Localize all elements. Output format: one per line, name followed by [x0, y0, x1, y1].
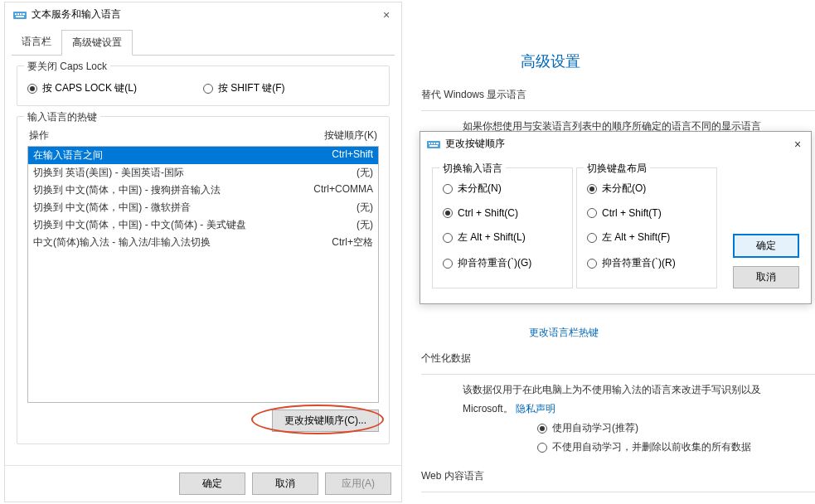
- radio-dot-icon: [537, 424, 547, 434]
- col-header-operation: 操作: [29, 128, 324, 143]
- list-item[interactable]: 切换到 英语(美国) - 美国英语-国际 (无): [28, 164, 378, 182]
- section-display-lang-title: 替代 Windows 显示语言: [421, 88, 815, 102]
- keyboard-icon: [427, 139, 440, 149]
- close-icon[interactable]: ×: [380, 8, 393, 22]
- list-item[interactable]: 切换到 中文(简体，中国) - 搜狗拼音输入法 Ctrl+COMMA: [28, 182, 378, 199]
- svg-rect-0: [13, 12, 27, 19]
- radio-ctrl-shift-c[interactable]: Ctrl + Shift(C): [443, 207, 562, 219]
- change-key-sequence-button[interactable]: 更改按键顺序(C)...: [272, 410, 379, 432]
- tab-advanced-key[interactable]: 高级键设置: [61, 30, 133, 56]
- radio-dot-icon: [443, 233, 453, 243]
- dialog-footer: 确定 取消 应用(A): [5, 465, 401, 502]
- radio-auto-learn-off[interactable]: 不使用自动学习，并删除以前收集的所有数据: [537, 440, 815, 454]
- section-hotkeys: 输入语言的热键 操作 按键顺序(K) 在输入语言之间 Ctrl+Shift 切换…: [17, 116, 390, 444]
- group-switch-keyboard-layout: 切换键盘布局 未分配(O) Ctrl + Shift(T) 左 Alt + Sh…: [576, 167, 717, 288]
- radio-dot-icon: [587, 208, 597, 218]
- radio-grave-g[interactable]: 抑音符重音(`)(G): [443, 256, 562, 270]
- svg-rect-2: [17, 13, 19, 15]
- radio-unassigned-n[interactable]: 未分配(N): [443, 182, 562, 196]
- radio-dot-icon: [587, 184, 597, 194]
- radio-auto-learn-on[interactable]: 使用自动学习(推荐): [537, 421, 815, 435]
- svg-rect-7: [429, 143, 430, 144]
- section-caps-lock: 要关闭 Caps Lock 按 CAPS LOCK 键(L) 按 SHIFT 键…: [17, 65, 390, 106]
- radio-dot-icon: [587, 259, 597, 269]
- svg-rect-9: [434, 143, 435, 144]
- radio-caps-lock-key[interactable]: 按 CAPS LOCK 键(L): [27, 81, 137, 95]
- dialog-change-key-sequence: 更改按键顺序 × 切换输入语言 未分配(N) Ctrl + Shift(C) 左…: [420, 131, 812, 304]
- link-privacy[interactable]: 隐私声明: [516, 403, 555, 414]
- link-change-langbar-hotkey[interactable]: 更改语言栏热键: [529, 326, 815, 340]
- modal-titlebar: 更改按键顺序 ×: [420, 132, 811, 156]
- list-item[interactable]: 在输入语言之间 Ctrl+Shift: [28, 147, 378, 164]
- radio-unassigned-o[interactable]: 未分配(O): [587, 182, 706, 196]
- svg-rect-8: [431, 143, 433, 144]
- list-item[interactable]: 切换到 中文(简体，中国) - 微软拼音 (无): [28, 199, 378, 216]
- section-hotkeys-title: 输入语言的热键: [24, 110, 100, 124]
- radio-dot-icon: [203, 84, 213, 94]
- svg-rect-1: [15, 13, 17, 15]
- divider: [421, 492, 815, 492]
- section-web-title: Web 内容语言: [421, 469, 815, 483]
- close-icon[interactable]: ×: [791, 138, 804, 151]
- svg-rect-10: [436, 143, 439, 144]
- dialog-title-text: 文本服务和输入语言: [32, 7, 121, 22]
- hotkey-list[interactable]: 在输入语言之间 Ctrl+Shift 切换到 英语(美国) - 美国英语-国际 …: [27, 146, 379, 403]
- section-caps-title: 要关闭 Caps Lock: [24, 60, 110, 74]
- radio-shift-key[interactable]: 按 SHIFT 键(F): [203, 81, 284, 95]
- radio-lalt-shift-l[interactable]: 左 Alt + Shift(L): [443, 230, 562, 245]
- list-item[interactable]: 中文(简体)输入法 - 输入法/非输入法切换 Ctrl+空格: [28, 234, 378, 251]
- radio-ctrl-shift-t[interactable]: Ctrl + Shift(T): [587, 207, 706, 219]
- radio-grave-r[interactable]: 抑音符重音(`)(R): [587, 256, 706, 270]
- radio-dot-icon: [443, 208, 453, 218]
- ok-button[interactable]: 确定: [179, 472, 245, 495]
- group-switch-input-language: 切换输入语言 未分配(N) Ctrl + Shift(C) 左 Alt + Sh…: [432, 167, 573, 288]
- cancel-button[interactable]: 取消: [252, 472, 318, 495]
- page-heading: 高级设置: [521, 51, 815, 71]
- svg-rect-4: [22, 13, 25, 15]
- radio-dot-icon: [537, 443, 547, 453]
- svg-rect-11: [429, 145, 438, 147]
- svg-rect-5: [16, 16, 24, 17]
- group-title: 切换键盘布局: [584, 162, 650, 176]
- radio-dot-icon: [587, 233, 597, 243]
- apply-button[interactable]: 应用(A): [325, 472, 391, 495]
- ok-button[interactable]: 确定: [733, 234, 799, 258]
- list-item[interactable]: 切换到 中文(简体，中国) - 中文(简体) - 美式键盘 (无): [28, 216, 378, 234]
- modal-title-text: 更改按键顺序: [445, 137, 505, 151]
- divider: [421, 110, 815, 111]
- dialog-titlebar: 文本服务和输入语言 ×: [5, 2, 401, 27]
- cancel-button[interactable]: 取消: [733, 266, 799, 288]
- radio-lalt-shift-f[interactable]: 左 Alt + Shift(F): [587, 230, 706, 245]
- section-personal-title: 个性化数据: [421, 351, 815, 366]
- tab-language-bar[interactable]: 语言栏: [12, 30, 61, 55]
- radio-dot-icon: [27, 84, 37, 94]
- col-header-key: 按键顺序(K): [324, 128, 377, 143]
- svg-rect-6: [427, 141, 440, 148]
- list-header: 操作 按键顺序(K): [27, 125, 379, 146]
- svg-rect-3: [20, 13, 22, 15]
- personal-text-1: 该数据仅用于在此电脑上为不使用输入法的语言来改进手写识别以及: [463, 383, 815, 397]
- group-title: 切换输入语言: [439, 162, 506, 176]
- radio-dot-icon: [443, 184, 453, 194]
- radio-dot-icon: [443, 259, 453, 269]
- tab-bar: 语言栏 高级键设置: [12, 30, 395, 56]
- keyboard-icon: [13, 10, 27, 20]
- divider: [421, 374, 815, 375]
- dialog-text-services: 文本服务和输入语言 × 语言栏 高级键设置 要关闭 Caps Lock 按 CA…: [4, 2, 402, 502]
- personal-text-2: Microsoft。 隐私声明: [463, 402, 815, 416]
